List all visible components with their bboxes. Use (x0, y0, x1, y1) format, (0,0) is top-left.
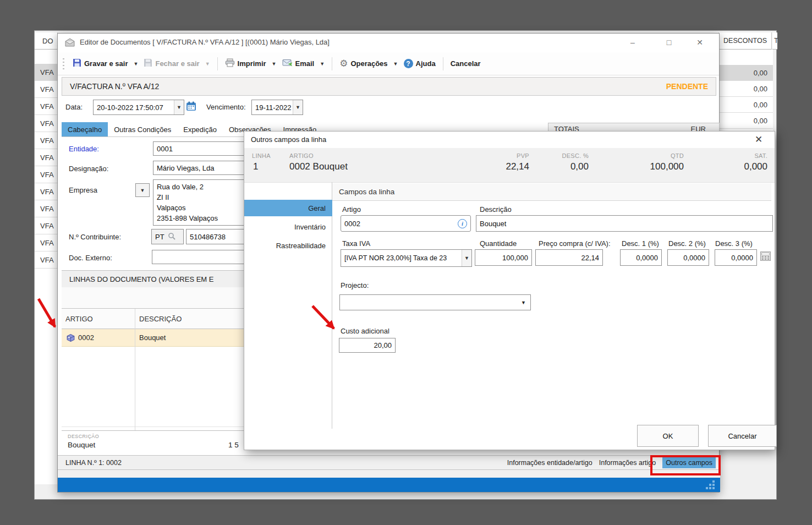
bg-row-vfa[interactable]: VFA (35, 149, 58, 166)
artigo-field[interactable]: 0002 i (341, 215, 471, 232)
address-line: Valpaços (157, 203, 250, 213)
bg-cell-desconto: 0,00 (718, 97, 773, 113)
help-button[interactable]: ? Ajuda (403, 57, 437, 70)
operations-button[interactable]: ⚙ Operações (338, 57, 388, 70)
bg-row-vfa[interactable]: VFA (35, 115, 58, 132)
ok-button[interactable]: OK (637, 425, 699, 447)
bg-row-vfa[interactable]: VFA (35, 64, 58, 81)
projecto-combobox[interactable]: ▼ (339, 294, 531, 310)
date-dropdown-caret[interactable]: ▼ (174, 100, 184, 114)
quantidade-label: Quantidade (480, 239, 517, 248)
gear-icon: ⚙ (339, 59, 348, 68)
due-date-combobox[interactable]: 19-11-2022 ▼ (251, 100, 303, 115)
bg-row-vfa[interactable]: VFA (35, 251, 58, 269)
calculator-icon[interactable] (760, 251, 771, 263)
desc1-label: Desc. 1 (%) (622, 239, 659, 248)
bg-row-vfa[interactable]: VFA (35, 217, 58, 234)
close-and-exit-button[interactable]: Fechar e sair (142, 56, 200, 71)
entidade-input[interactable] (153, 141, 254, 156)
bg-row-vfa[interactable]: VFA (35, 81, 58, 98)
desc3-input[interactable] (715, 249, 757, 266)
bg-row-vfa[interactable]: VFA (35, 98, 58, 115)
toolbar-grip[interactable] (62, 57, 65, 70)
column-header-descricao[interactable]: DESCRIÇÃO (139, 315, 182, 323)
descricao-field-label: Descrição (480, 205, 512, 214)
group-header: Campos da linha (332, 183, 771, 201)
sat-col-label: SAT. (754, 152, 767, 159)
quantidade-input[interactable] (475, 249, 532, 266)
editor-toolbar: Gravar e sair ▼ Fechar e sair ▼ Imprimir… (58, 52, 719, 75)
doc-externo-input[interactable] (152, 250, 254, 264)
desc-value: 0,00 (570, 161, 589, 172)
bg-row-vfa[interactable]: VFA (35, 234, 58, 251)
close-button[interactable]: ✕ (692, 36, 708, 48)
taxa-iva-label: Taxa IVA (342, 239, 370, 248)
window-title: Editor de Documentos [ V/FACTURA N.º VFA… (80, 38, 330, 46)
print-dropdown-caret[interactable]: ▼ (271, 61, 278, 67)
doc-externo-label: Doc. Externo: (69, 254, 112, 262)
save-and-exit-button[interactable]: Gravar e sair (72, 56, 129, 71)
desc3-label: Desc. 3 (%) (715, 239, 753, 248)
cancel-dialog-button[interactable]: Cancelar (708, 425, 777, 447)
info-icon[interactable]: i (458, 219, 467, 228)
dialog-tab-inventario[interactable]: Inventário (244, 218, 332, 235)
column-header-artigo[interactable]: ARTIGO (65, 315, 93, 323)
table-column-divider (135, 309, 135, 430)
dialog-tab-geral[interactable]: Geral (244, 200, 332, 216)
operations-dropdown-caret[interactable]: ▼ (392, 61, 399, 67)
address-box[interactable]: Rua do Vale, 2 ZI II Valpaços 2351-898 V… (153, 179, 254, 226)
bg-col-header-total: T (772, 32, 777, 50)
calendar-icon[interactable] (186, 101, 196, 113)
pvp-col-label: PVP (517, 152, 529, 159)
artigo-col-label: ARTIGO (289, 152, 314, 159)
email-button[interactable]: Email (281, 57, 316, 71)
tab-cabecalho[interactable]: Cabeçalho (62, 122, 108, 136)
bg-row-vfa[interactable]: VFA (35, 200, 58, 217)
tab-expedicao[interactable]: Expedição (177, 122, 223, 136)
statusbar-gap (58, 470, 720, 478)
bg-cell-desconto: 0,00 (718, 65, 773, 81)
projecto-dropdown-caret[interactable]: ▼ (521, 300, 530, 305)
cancel-button[interactable]: Cancelar (449, 57, 482, 70)
bg-col-header-documento: DO (35, 32, 58, 50)
resize-grip-icon[interactable] (706, 480, 716, 491)
search-icon[interactable] (168, 232, 175, 242)
link-informacoes-entidade-artigo[interactable]: Informações entidade/artigo (507, 459, 592, 467)
maximize-button[interactable]: □ (661, 36, 677, 48)
print-button[interactable]: Imprimir (224, 56, 267, 71)
tab-outras-condicoes[interactable]: Outras Condições (108, 122, 177, 136)
editor-statusbar: LINHA N.º 1: 0002 Informações entidade/a… (58, 455, 720, 470)
descricao-field[interactable]: Bouquet (476, 215, 773, 232)
link-informacoes-artigo[interactable]: Informações artigo (599, 459, 656, 467)
date-combobox[interactable]: 20-10-2022 17:50:07 ▼ (93, 100, 184, 115)
taxa-iva-combobox[interactable]: [IVA PT NOR 23,00%] Taxa de 23 ▼ (341, 249, 472, 267)
dialog-close-icon[interactable]: ✕ (755, 134, 762, 145)
empresa-dropdown-button[interactable]: ▼ (135, 183, 150, 197)
desc1-input[interactable] (620, 249, 662, 266)
save-dropdown-caret[interactable]: ▼ (133, 61, 140, 67)
desc-col-label: DESC. % (562, 152, 589, 159)
bg-row-vfa[interactable]: VFA (35, 166, 58, 183)
projecto-label: Projecto: (341, 281, 369, 289)
taxa-iva-dropdown-caret[interactable]: ▼ (462, 250, 471, 266)
email-dropdown-caret[interactable]: ▼ (319, 61, 326, 67)
due-dropdown-caret[interactable]: ▼ (293, 100, 303, 114)
linha-value: 1 (253, 161, 258, 172)
close-exit-dropdown-caret[interactable]: ▼ (204, 61, 211, 67)
minimize-button[interactable]: – (624, 36, 641, 48)
dialog-tab-rastreabilidade[interactable]: Rastreabilidade (244, 237, 332, 254)
footer-desc-label: DESCRIÇÃO (68, 434, 99, 439)
bg-row-vfa[interactable]: VFA (35, 183, 58, 200)
link-outros-campos[interactable]: Outros campos (662, 457, 716, 468)
desc2-input[interactable] (667, 249, 709, 266)
preco-compra-label: Preço compra (c/ IVA): (539, 239, 611, 248)
preco-compra-input[interactable] (535, 249, 603, 266)
artigo-value: 0002 Bouquet (289, 161, 348, 172)
progress-bar (58, 478, 720, 492)
custo-adicional-input[interactable] (339, 338, 396, 353)
footer-desc-value: Bouquet (68, 441, 95, 449)
contribuinte-country-box[interactable]: PT (151, 229, 184, 244)
bg-row-vfa[interactable]: VFA (35, 132, 58, 149)
designacao-input[interactable] (153, 161, 254, 175)
sat-value: 0,000 (744, 161, 767, 172)
